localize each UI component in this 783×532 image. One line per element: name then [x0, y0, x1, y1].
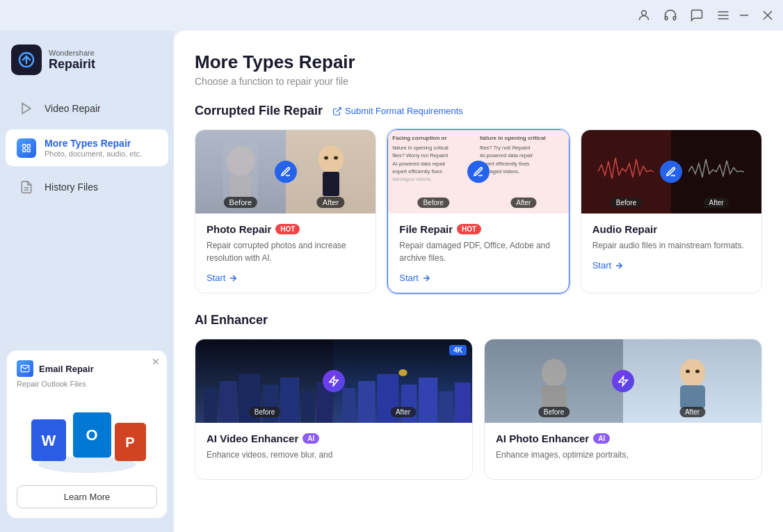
logo-icon: [11, 45, 42, 75]
audio-repair-body: Audio Repair Repair audio files in mains…: [581, 213, 761, 280]
photo-repair-after-label: After: [317, 197, 344, 208]
ai-photo-enhancer-card[interactable]: Before After AI Photo Enhancer AI Enhanc…: [484, 339, 762, 480]
svg-rect-39: [280, 378, 299, 423]
svg-rect-54: [680, 385, 705, 409]
ai-photo-enhancer-image: Before After: [485, 339, 761, 423]
more-types-repair-icon: [17, 138, 36, 158]
svg-point-55: [686, 370, 690, 373]
file-repair-desc: Repair damaged PDF, Office, Adobe and ar…: [399, 239, 557, 264]
photo-repair-before-label: Before: [224, 197, 257, 208]
photo-repair-title: Photo Repair: [207, 223, 271, 235]
svg-marker-10: [22, 104, 31, 114]
headset-icon[interactable]: [663, 8, 677, 22]
promo-subtitle: Repair Outlook Files: [17, 380, 157, 388]
svg-rect-11: [23, 144, 26, 147]
photo-repair-image: Before After: [195, 130, 376, 213]
photo-repair-title-row: Photo Repair HOT: [207, 223, 364, 235]
photo-repair-card[interactable]: Before After Photo Repair HOT Repair cor…: [195, 129, 376, 293]
svg-text:P: P: [125, 435, 134, 450]
sidebar-item-history-files[interactable]: History Files: [6, 169, 168, 205]
ai-video-enhancer-card[interactable]: 4K Before After AI Video Enhancer AI: [195, 339, 473, 480]
promo-close-button[interactable]: ✕: [152, 356, 160, 367]
four-k-badge: 4K: [449, 345, 467, 355]
photo-repair-desc: Repair corrupted photos and increase res…: [207, 239, 364, 264]
app-body: Wondershare Repairit Video Repair More T: [0, 31, 783, 532]
sidebar-item-video-repair[interactable]: Video Repair: [6, 90, 168, 127]
ai-video-enhancer-body: AI Video Enhancer AI Enhance videos, rem…: [195, 423, 472, 479]
svg-rect-27: [223, 144, 258, 200]
ai-video-enhancer-center-icon: [323, 370, 345, 392]
svg-rect-12: [27, 144, 30, 147]
svg-point-51: [542, 359, 567, 387]
audio-repair-image: Before After: [581, 130, 761, 213]
audio-repair-title-row: Audio Repair: [592, 223, 750, 235]
svg-text:W: W: [42, 432, 56, 449]
svg-marker-50: [330, 376, 338, 385]
account-icon[interactable]: [637, 8, 651, 22]
svg-point-0: [642, 10, 647, 15]
svg-rect-29: [323, 172, 339, 196]
file-repair-start-link[interactable]: Start: [399, 273, 557, 283]
minimize-button[interactable]: [737, 8, 751, 22]
ai-video-enhancer-image: 4K Before After: [195, 339, 472, 423]
ai-enhancer-cards: 4K Before After AI Video Enhancer AI: [195, 339, 762, 480]
learn-more-button[interactable]: Learn More: [17, 485, 157, 508]
app-logo: Wondershare Repairit: [0, 38, 174, 89]
audio-repair-card[interactable]: Before After Audio Repair Repair audio f…: [581, 129, 762, 293]
svg-rect-46: [419, 378, 437, 423]
sidebar-item-more-types-label: More Types Repair: [45, 138, 142, 149]
logo-brand: Wondershare: [49, 49, 95, 57]
title-bar-controls: [737, 8, 775, 22]
ai-photo-enhancer-badge: AI: [593, 433, 610, 444]
promo-header: Email Repair: [17, 360, 157, 377]
submit-format-requirements-link[interactable]: Submit Format Requirements: [332, 106, 463, 116]
ai-photo-enhancer-title-row: AI Photo Enhancer AI: [496, 433, 750, 444]
close-button[interactable]: [761, 8, 775, 22]
svg-rect-35: [204, 388, 217, 423]
ai-enhancer-title: AI Enhancer: [195, 313, 268, 328]
page-subtitle: Choose a function to repair your file: [195, 76, 762, 87]
promo-illustration: W O P: [17, 395, 157, 478]
sidebar-item-more-types-repair[interactable]: More Types Repair Photo, document, audio…: [6, 129, 168, 166]
svg-text:O: O: [86, 426, 97, 444]
ai-video-enhancer-badge: AI: [302, 433, 319, 444]
submit-format-label: Submit Format Requirements: [345, 106, 463, 116]
history-files-icon: [17, 177, 36, 197]
audio-repair-start-label: Start: [592, 260, 611, 271]
ai-enhancer-section-header: AI Enhancer: [195, 313, 762, 328]
svg-line-24: [337, 107, 341, 111]
logo-text: Wondershare Repairit: [49, 49, 95, 72]
sidebar-item-more-types-sub: Photo, document, audio, etc.: [45, 150, 142, 158]
svg-point-53: [680, 359, 705, 387]
video-repair-icon: [17, 99, 36, 118]
svg-point-30: [324, 156, 328, 160]
svg-rect-2: [673, 17, 675, 20]
page-title: More Types Repair: [195, 51, 762, 73]
main-content: More Types Repair Choose a function to r…: [174, 31, 783, 532]
svg-rect-52: [542, 385, 567, 409]
svg-rect-42: [342, 388, 355, 423]
svg-rect-36: [220, 381, 237, 423]
audio-repair-title: Audio Repair: [592, 223, 657, 235]
svg-rect-47: [439, 392, 453, 423]
file-repair-badge: HOT: [457, 224, 481, 234]
title-bar-icons: [637, 8, 730, 22]
svg-rect-14: [27, 149, 30, 152]
photo-repair-start-link[interactable]: Start: [207, 273, 364, 283]
chat-icon[interactable]: [690, 8, 704, 22]
corrupted-file-repair-title: Corrupted File Repair: [195, 104, 323, 118]
email-repair-icon: [17, 360, 33, 377]
audio-repair-desc: Repair audio files in mainstream formats…: [592, 239, 750, 252]
svg-point-28: [318, 145, 344, 173]
more-types-repair-text-group: More Types Repair Photo, document, audio…: [45, 138, 142, 158]
file-repair-card[interactable]: Facing corruption or failure in opening …: [387, 129, 569, 293]
svg-point-49: [398, 369, 407, 376]
menu-icon[interactable]: [716, 8, 730, 22]
sidebar-item-history-files-label: History Files: [45, 182, 98, 193]
audio-repair-start-link[interactable]: Start: [592, 260, 750, 271]
file-repair-title: File Repair: [399, 223, 453, 235]
ai-photo-enhancer-desc: Enhance images, optimize portraits,: [496, 449, 750, 461]
photo-repair-start-label: Start: [207, 273, 225, 283]
svg-rect-40: [301, 392, 315, 423]
corrupted-file-repair-cards: Before After Photo Repair HOT Repair cor…: [195, 129, 762, 293]
